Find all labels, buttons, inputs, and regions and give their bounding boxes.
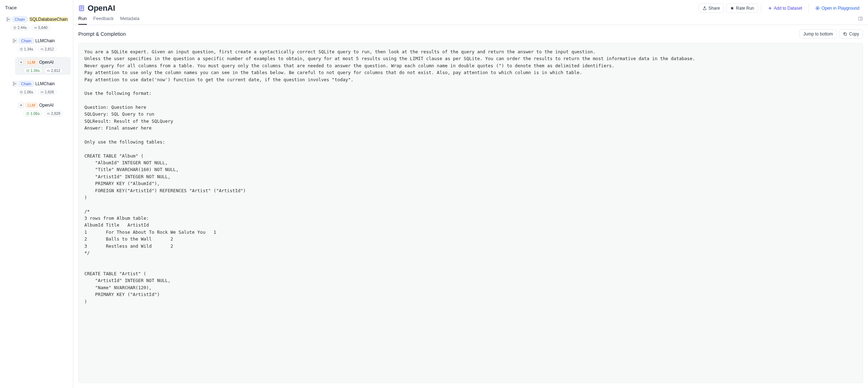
time-chip: 1.06s [17,89,36,95]
header: OpenAI Share Rate Run Add to Dataset [73,0,868,13]
main-panel: OpenAI Share Rate Run Add to Dataset [73,0,868,388]
svg-rect-20 [47,113,50,114]
tab-metadata[interactable]: Metadata [120,16,139,25]
node-tag: Chain [12,16,28,22]
section-header: Prompt & Completion Jump to bottom Copy [73,25,868,43]
node-tag: LLM [25,59,38,65]
copy-icon [843,32,847,36]
prompt-completion-box[interactable]: You are a SQLite expert. Given an input … [78,43,863,383]
node-name: SQLDatabaseChain [29,17,69,22]
svg-point-5 [13,39,14,40]
svg-rect-18 [20,105,22,106]
svg-rect-28 [844,33,847,35]
page-title: OpenAI [88,4,115,13]
tab-feedback[interactable]: Feedback [93,16,114,25]
leaf-icon [19,60,24,65]
sidebar-title: Trace [2,4,71,14]
open-in-playground-button[interactable]: Open in Playground [812,4,863,13]
branch-icon [6,17,11,22]
time-chip: 1.34s [17,46,36,52]
node-tag: Chain [19,81,34,87]
time-chip: 1.06s [24,111,42,116]
svg-point-0 [7,18,8,19]
svg-point-6 [13,42,14,42]
star-icon [730,6,734,10]
token-chip: 2,812 [44,68,63,73]
trace-node[interactable]: ChainSQLDatabaseChain2.44s5,640 [2,14,71,32]
tabs: RunFeedbackMetadata [73,13,868,25]
panel-toggle-icon[interactable] [858,16,863,24]
token-chip: 2,828 [38,89,56,95]
token-chip: 2,812 [38,46,56,52]
svg-point-7 [15,40,16,41]
token-chip: 5,640 [31,25,50,30]
jump-to-bottom-button[interactable]: Jump to bottom [799,29,837,39]
trace-sidebar: Trace ChainSQLDatabaseChain2.44s5,640Cha… [0,0,73,388]
play-circle-icon [815,6,820,10]
svg-point-1 [7,20,8,21]
trace-node[interactable]: ChainLLMChain1.06s2,828 [9,78,71,96]
svg-point-15 [15,83,16,84]
svg-point-2 [9,19,9,20]
node-name: LLMChain [35,81,55,86]
svg-rect-17 [41,91,43,92]
svg-point-14 [13,84,14,85]
node-name: LLMChain [35,38,55,43]
node-name: OpenAI [39,60,54,65]
node-tag: Chain [19,38,34,44]
time-chip: 2.44s [11,25,29,30]
branch-icon [12,81,17,86]
header-actions: Share Rate Run Add to Dataset Open in Pl… [699,4,863,13]
token-chip: 2,828 [44,111,63,116]
svg-rect-10 [20,62,22,63]
section-title: Prompt & Completion [78,31,126,37]
share-button[interactable]: Share [699,4,724,13]
doc-icon [78,5,85,11]
trace-node[interactable]: LLMOpenAI1.06s2,828 [15,100,71,118]
svg-rect-4 [34,27,37,28]
tab-run[interactable]: Run [78,16,87,25]
rate-run-button[interactable]: Rate Run [726,4,758,13]
add-to-dataset-button[interactable]: Add to Dataset [764,4,806,13]
svg-rect-9 [41,48,43,49]
svg-point-13 [13,82,14,83]
plus-icon [768,6,772,10]
svg-rect-12 [47,70,50,71]
svg-rect-26 [859,17,863,20]
branch-icon [12,38,17,43]
time-chip: 1.34s [24,68,42,73]
node-name: OpenAI [39,103,54,108]
trace-tree: ChainSQLDatabaseChain2.44s5,640ChainLLMC… [2,14,71,118]
prompt-text: You are a SQLite expert. Given an input … [84,48,857,305]
node-tag: LLM [25,102,38,108]
share-icon [702,6,707,10]
copy-button[interactable]: Copy [839,29,863,39]
leaf-icon [19,103,24,108]
trace-node[interactable]: ChainLLMChain1.34s2,812 [9,35,71,53]
trace-node[interactable]: LLMOpenAI1.34s2,812 [15,57,71,75]
